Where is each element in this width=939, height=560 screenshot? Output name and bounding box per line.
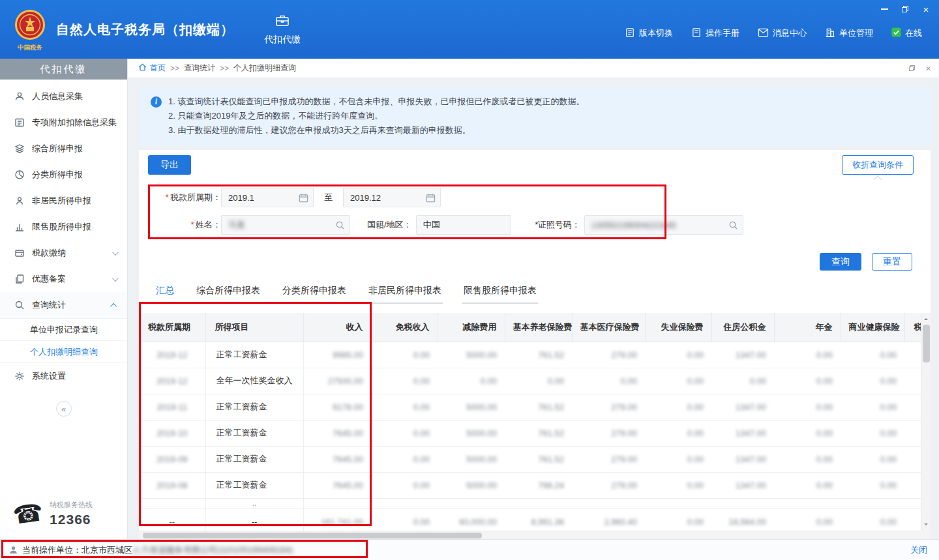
table-cell: 0.00 (371, 394, 438, 420)
sidebar-item-preference-filing[interactable]: 优惠备案 (0, 266, 127, 292)
current-unit-blurred: 人力资源服务有限公司(110105199408184) (132, 544, 293, 556)
sidebar-subitem-unit-declare-query[interactable]: 单位申报记录查询 (0, 319, 127, 341)
breadcrumb-home[interactable]: 首页 (138, 63, 166, 74)
horizontal-scrollbar[interactable] (139, 531, 921, 539)
sidebar-item-label: 优惠备案 (32, 273, 66, 285)
unit-management-icon (825, 27, 835, 40)
table-cell: 正常工资薪金 (205, 446, 303, 472)
message-center-icon (758, 28, 769, 39)
table-cell: 279.00 (572, 420, 645, 446)
sidebar-item-comprehensive-income[interactable]: 综合所得申报 (0, 136, 127, 162)
tax-bureau-logo: 中国税务 (14, 8, 46, 52)
scroll-down-arrow[interactable] (924, 523, 928, 527)
briefcase-icon (275, 13, 290, 31)
table-cell: 0.00 (841, 368, 904, 394)
table-cell: 2,960.40 (572, 508, 645, 531)
message-center-link[interactable]: 消息中心 (758, 27, 807, 39)
sidebar-item-restricted-shares[interactable]: 限售股所得申报 (0, 214, 127, 240)
vertical-scrollbar[interactable] (921, 313, 931, 531)
table-cell: 0.00 (774, 420, 841, 446)
sidebar-item-tax-payment[interactable]: 税款缴纳 (0, 240, 127, 266)
tab-nonresident-income-form[interactable]: 非居民所得申报表 (367, 285, 443, 304)
online-check-icon (891, 27, 901, 39)
id-number-input[interactable] (585, 216, 743, 234)
hotline-label: 纳税服务热线 (50, 500, 93, 510)
version-switch-link[interactable]: 版本切换 (625, 27, 673, 40)
hotline-number: 12366 (50, 512, 93, 527)
sidebar-item-classified-income[interactable]: 分类所得申报 (0, 162, 127, 188)
required-mark: * (165, 192, 168, 202)
unit-management-link[interactable]: 单位管理 (825, 27, 873, 40)
collapse-query-label: 收折查询条件 (852, 160, 903, 169)
reset-button[interactable]: 重置 (872, 253, 912, 271)
table-cell: 0.00 (774, 368, 841, 394)
current-unit-label: 当前操作单位： (22, 544, 82, 556)
query-button[interactable]: 查询 (820, 253, 861, 271)
collapse-query-button[interactable]: 收折查询条件 (842, 155, 914, 175)
sidebar-item-label: 系统设置 (32, 370, 66, 382)
period-from-input[interactable] (222, 188, 313, 207)
window-restore-button[interactable] (900, 4, 910, 14)
table-cell: 0.00 (371, 420, 438, 446)
sidebar-item-system-settings[interactable]: 系统设置 (0, 363, 127, 389)
sidebar-item-label: 专项附加扣除信息采集 (32, 117, 117, 128)
main-area: 首页 >> 查询统计 >> 个人扣缴明细查询 × i 1. 该查询统计表仅能查询… (128, 59, 939, 539)
tab-classified-income-form[interactable]: 分类所得申报表 (281, 285, 348, 304)
table-cell: 9985.00 (303, 342, 371, 368)
breadcrumb: 首页 >> 查询统计 >> 个人扣缴明细查询 × (128, 59, 939, 78)
sidebar-item-label: 分类所得申报 (32, 169, 83, 181)
table-body: 2019-12正常工资薪金9985.000.005000.00761.52279… (139, 342, 921, 531)
table-cell: 5000.00 (438, 446, 505, 472)
sidebar-item-query-statistics[interactable]: 查询统计 (0, 292, 127, 318)
tab-restricted-shares-form[interactable]: 限售股所得申报表 (462, 285, 538, 304)
scroll-up-arrow[interactable] (924, 316, 928, 320)
name-input[interactable] (222, 216, 350, 234)
horizontal-scroll-thumb[interactable] (143, 533, 482, 538)
table-cell: 正常工资薪金 (205, 472, 303, 498)
required-mark: * (190, 220, 194, 229)
tab-withholding-module[interactable]: 代扣代缴 (264, 13, 301, 46)
panel-close-icon[interactable]: × (925, 63, 931, 73)
manual-link[interactable]: 操作手册 (691, 27, 739, 40)
sidebar-item-personnel-info[interactable]: 人员信息采集 (0, 83, 127, 110)
close-link[interactable]: 关闭 (910, 544, 927, 556)
tab-summary[interactable]: 汇总 (155, 285, 175, 304)
result-table-zone: 税款所属期 所得项目 收入 免税收入 减除费用 基本养老保险费 基本医疗保险费 … (139, 313, 931, 539)
period-label: *税款所属期： (148, 192, 221, 203)
sidebar-item-special-deduction[interactable]: 专项附加扣除信息采集 (0, 110, 127, 136)
table-partial-row: .. (139, 498, 921, 508)
table-cell: 7645.00 (303, 420, 371, 446)
export-button[interactable]: 导出 (148, 155, 191, 175)
vertical-scroll-thumb[interactable] (923, 325, 930, 362)
nationality-input[interactable] (417, 216, 511, 234)
col-tax-period: 税款所属期 (139, 313, 205, 342)
period-to-label: 至 (324, 192, 333, 203)
panel-restore-icon[interactable] (909, 65, 915, 71)
sidebar-item-label: 税款缴纳 (32, 247, 66, 259)
table-cell: 761.52 (505, 420, 572, 446)
bar-chart-icon (14, 222, 25, 232)
page-content: i 1. 该查询统计表仅能查询已申报成功的数据，不包含未申报、申报失败，已申报但… (128, 78, 939, 539)
current-unit-clear: 北京市西城区 (82, 544, 132, 556)
documents-icon (14, 274, 25, 284)
window-close-button[interactable]: × (921, 4, 931, 14)
table-cell: 5000.00 (438, 394, 505, 420)
table-cell: 761.52 (505, 342, 572, 368)
breadcrumb-level1[interactable]: 查询统计 (184, 63, 215, 74)
table-row: 2019-11正常工资薪金9178.000.005000.00761.52279… (139, 394, 921, 420)
online-status[interactable]: 在线 (891, 27, 922, 39)
table-cell: 1347.00 (711, 446, 774, 472)
sidebar-item-nonresident-income[interactable]: 非居民所得申报 (0, 188, 127, 214)
table-cell (371, 498, 438, 508)
window-minimize-button[interactable] (879, 4, 889, 14)
breadcrumb-level2: 个人扣缴明细查询 (233, 63, 296, 74)
period-to-input[interactable] (344, 188, 440, 207)
table-cell: 0.00 (904, 472, 921, 498)
sidebar-subitem-personal-withholding-query[interactable]: 个人扣缴明细查询 (0, 341, 127, 363)
sidebar-header: 代扣代缴 (0, 59, 127, 80)
online-status-label: 在线 (905, 27, 922, 39)
sidebar-collapse-button[interactable]: « (56, 401, 72, 417)
table-cell: 0.00 (572, 368, 645, 394)
panel-controls: × (909, 63, 931, 73)
tab-comprehensive-income-form[interactable]: 综合所得申报表 (195, 285, 261, 304)
